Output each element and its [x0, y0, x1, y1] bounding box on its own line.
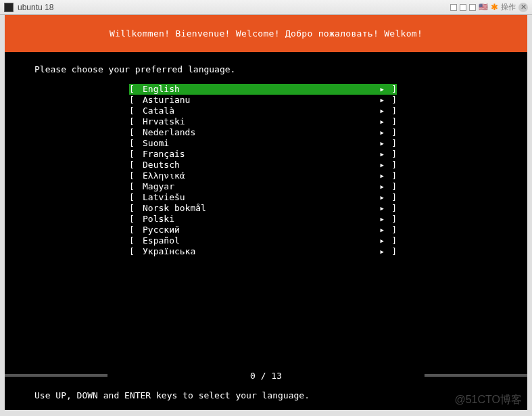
window-title: ubuntu 18: [18, 3, 450, 12]
language-option[interactable]: [ Polski▸ ]: [129, 214, 397, 225]
language-option[interactable]: [ Deutsch▸ ]: [129, 160, 397, 170]
language-name: Español: [143, 235, 375, 246]
window-titlebar: ubuntu 18 🇺🇸 ✱ 操作 ✕: [0, 0, 532, 15]
language-option[interactable]: [ Français▸ ]: [129, 149, 397, 160]
language-name: Français: [143, 149, 375, 160]
bracket-left: [: [129, 225, 143, 235]
bracket-right: ]: [385, 214, 397, 225]
bracket-left: [: [129, 95, 143, 106]
chevron-right-icon: ▸: [375, 149, 385, 160]
welcome-banner: Willkommen! Bienvenue! Welcome! Добро по…: [5, 15, 527, 52]
chevron-right-icon: ▸: [375, 225, 385, 235]
bracket-right: ]: [385, 84, 397, 95]
progress-track-right: [425, 374, 527, 377]
bracket-left: [: [129, 235, 143, 246]
language-name: Hrvatski: [143, 116, 375, 127]
installer-console: Willkommen! Bienvenue! Welcome! Добро по…: [5, 15, 527, 410]
prompt-text: Please choose your preferred language.: [5, 52, 527, 84]
language-option[interactable]: [ Ελληνικά▸ ]: [129, 170, 397, 181]
bracket-left: [: [129, 127, 143, 138]
bracket-left: [: [129, 170, 143, 181]
chevron-right-icon: ▸: [375, 106, 385, 116]
bracket-left: [: [129, 160, 143, 170]
language-name: Latviešu: [143, 192, 375, 203]
language-name: Magyar: [143, 181, 375, 192]
language-option[interactable]: [ Nederlands▸ ]: [129, 127, 397, 138]
bracket-left: [: [129, 214, 143, 225]
language-name: Polski: [143, 214, 375, 225]
bracket-left: [: [129, 149, 143, 160]
bracket-right: ]: [385, 160, 397, 170]
language-name: Suomi: [143, 138, 375, 149]
bracket-left: [: [129, 106, 143, 116]
chevron-right-icon: ▸: [375, 246, 385, 257]
chevron-right-icon: ▸: [375, 116, 385, 127]
chevron-right-icon: ▸: [375, 192, 385, 203]
language-name: English: [143, 84, 375, 95]
titlebar-right-controls: 🇺🇸 ✱ 操作 ✕: [450, 2, 528, 12]
bracket-left: [: [129, 84, 143, 95]
language-name: Nederlands: [143, 127, 375, 138]
chevron-right-icon: ▸: [375, 95, 385, 106]
chevron-right-icon: ▸: [375, 160, 385, 170]
bracket-right: ]: [385, 235, 397, 246]
chevron-right-icon: ▸: [375, 214, 385, 225]
gear-icon[interactable]: ✱: [491, 2, 498, 12]
bracket-right: ]: [385, 149, 397, 160]
bracket-right: ]: [385, 246, 397, 257]
bracket-right: ]: [385, 127, 397, 138]
bracket-left: [: [129, 246, 143, 257]
progress-bar: 0 / 13: [5, 369, 527, 382]
language-option[interactable]: [ Norsk bokmål▸ ]: [129, 203, 397, 214]
progress-track-left: [5, 374, 107, 377]
language-option[interactable]: [ English▸ ]: [129, 84, 397, 95]
bracket-right: ]: [385, 116, 397, 127]
chevron-right-icon: ▸: [375, 84, 385, 95]
language-option[interactable]: [ Català▸ ]: [129, 106, 397, 116]
chevron-right-icon: ▸: [375, 203, 385, 214]
view-toggle-2-icon[interactable]: [460, 4, 466, 11]
language-option[interactable]: [ Українська▸ ]: [129, 246, 397, 257]
language-option[interactable]: [ Magyar▸ ]: [129, 181, 397, 192]
bracket-left: [: [129, 138, 143, 149]
watermark: @51CTO博客: [454, 393, 522, 407]
language-name: Norsk bokmål: [143, 203, 375, 214]
bracket-right: ]: [385, 170, 397, 181]
chevron-right-icon: ▸: [375, 235, 385, 246]
chevron-right-icon: ▸: [375, 170, 385, 181]
language-option[interactable]: [ Русский▸ ]: [129, 225, 397, 235]
action-label[interactable]: 操作: [501, 2, 516, 12]
close-icon[interactable]: ✕: [518, 3, 528, 12]
progress-text: 0 / 13: [250, 371, 282, 381]
language-option[interactable]: [ Hrvatski▸ ]: [129, 116, 397, 127]
language-name: Asturianu: [143, 95, 375, 106]
bracket-left: [: [129, 181, 143, 192]
language-option[interactable]: [ Suomi▸ ]: [129, 138, 397, 149]
language-list[interactable]: [ English▸ ][ Asturianu▸ ][ Català▸ ][ H…: [5, 84, 401, 257]
view-toggle-1-icon[interactable]: [450, 4, 457, 11]
language-name: Ελληνικά: [143, 170, 375, 181]
bracket-right: ]: [385, 106, 397, 116]
bracket-right: ]: [385, 225, 397, 235]
language-name: Русский: [143, 225, 375, 235]
bracket-right: ]: [385, 95, 397, 106]
bracket-left: [: [129, 192, 143, 203]
language-name: Català: [143, 106, 375, 116]
bracket-left: [: [129, 203, 143, 214]
hint-text: Use UP, DOWN and ENTER keys to select yo…: [34, 390, 310, 400]
language-option[interactable]: [ Latviešu▸ ]: [129, 192, 397, 203]
bracket-right: ]: [385, 203, 397, 214]
chevron-right-icon: ▸: [375, 138, 385, 149]
language-name: Deutsch: [143, 160, 375, 170]
bracket-right: ]: [385, 138, 397, 149]
bracket-right: ]: [385, 181, 397, 192]
language-option[interactable]: [ Asturianu▸ ]: [129, 95, 397, 106]
language-option[interactable]: [ Español▸ ]: [129, 235, 397, 246]
app-icon: [4, 3, 14, 12]
language-name: Українська: [143, 246, 375, 257]
view-toggle-3-icon[interactable]: [469, 4, 476, 11]
chevron-right-icon: ▸: [375, 181, 385, 192]
chevron-right-icon: ▸: [375, 127, 385, 138]
bracket-left: [: [129, 116, 143, 127]
flag-icon: 🇺🇸: [479, 3, 488, 11]
